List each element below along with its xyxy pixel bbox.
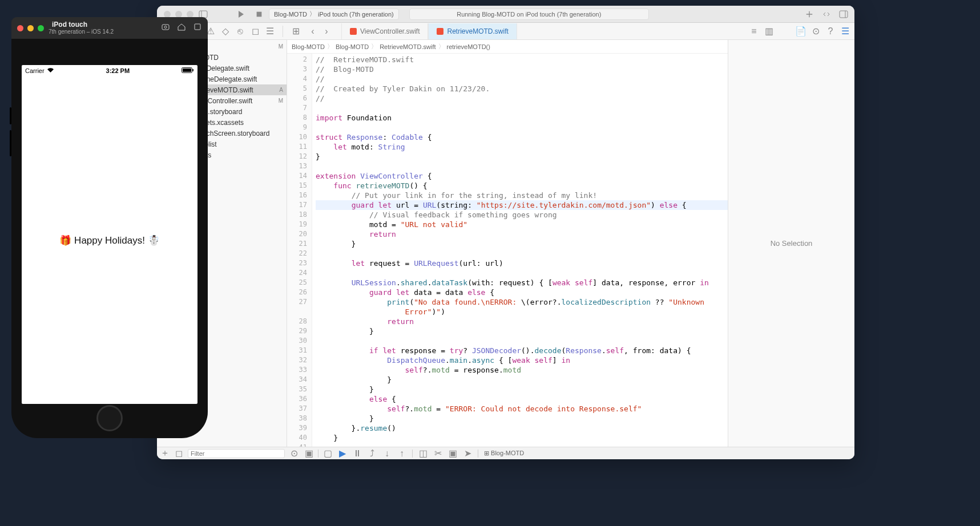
code-line[interactable]: extension ViewController {: [316, 171, 728, 181]
attributes-inspector-icon[interactable]: ☰: [841, 27, 850, 36]
code-line[interactable]: [316, 443, 728, 447]
code-line[interactable]: //: [316, 74, 728, 84]
split-editor-icon[interactable]: ▥: [764, 27, 773, 36]
code-line[interactable]: let request = URLRequest(url: url): [316, 258, 728, 268]
filter-input[interactable]: [188, 449, 285, 458]
svg-rect-7: [195, 24, 200, 30]
code-line[interactable]: func retrieveMOTD() {: [316, 181, 728, 191]
simulator-window[interactable]: iPod touch 7th generation – iOS 14.2 Car…: [11, 17, 208, 438]
code-line[interactable]: [316, 161, 728, 171]
step-over-icon[interactable]: ⤴: [368, 449, 377, 458]
scm-filter-icon[interactable]: ▣: [304, 449, 313, 458]
test-icon[interactable]: ◇: [221, 27, 230, 36]
add-button[interactable]: ＋: [160, 449, 170, 458]
code-line[interactable]: print("No data found.\nERROR: \(error?.l…: [316, 297, 728, 317]
editor-tab[interactable]: RetrieveMOTD.swift: [428, 23, 517, 39]
code-content[interactable]: // RetrieveMOTD.swift// Blog-MOTD//// Cr…: [312, 54, 728, 447]
file-inspector-icon[interactable]: 📄: [796, 27, 805, 36]
jumpbar-segment[interactable]: RetrieveMOTD.swift: [380, 43, 435, 50]
sim-zoom-dot[interactable]: [38, 25, 44, 31]
scheme-selector[interactable]: Blog-MOTD 〉 iPod touch (7th generation): [269, 9, 399, 20]
nav-back-icon[interactable]: ‹: [308, 27, 317, 36]
code-line[interactable]: // Created by Tyler Dakin on 11/23/20.: [316, 84, 728, 94]
traffic-lights[interactable]: [164, 11, 193, 18]
code-line[interactable]: // Visual feedback if something goes wro…: [316, 210, 728, 220]
filter-scope-icon[interactable]: ◻: [174, 449, 183, 458]
simulator-subtitle: 7th generation – iOS 14.2: [49, 29, 114, 35]
breakpoint-toggle-icon[interactable]: ▶: [338, 449, 347, 458]
code-line[interactable]: // RetrieveMOTD.swift: [316, 55, 728, 64]
code-line[interactable]: }: [316, 433, 728, 443]
code-line[interactable]: }: [316, 152, 728, 161]
code-line[interactable]: return: [316, 229, 728, 239]
debug-icon[interactable]: ⎋: [236, 27, 245, 36]
code-line[interactable]: }: [316, 326, 728, 336]
grid-icon[interactable]: ⊞: [291, 27, 300, 36]
stop-button[interactable]: [254, 9, 264, 19]
code-line[interactable]: self?.motd = response.motd: [316, 365, 728, 375]
code-line[interactable]: else {: [316, 394, 728, 404]
editor-options-icon[interactable]: ≡: [749, 27, 759, 36]
sim-minimize-dot[interactable]: [27, 25, 34, 31]
step-into-icon[interactable]: ↓: [382, 449, 392, 458]
env-icon[interactable]: ▣: [448, 449, 457, 458]
code-line[interactable]: }: [316, 375, 728, 385]
continue-icon[interactable]: ⏸: [353, 449, 362, 458]
step-out-icon[interactable]: ↑: [397, 449, 406, 458]
code-line[interactable]: }: [316, 239, 728, 249]
editor-tab[interactable]: ViewController.swift: [341, 23, 428, 39]
code-line[interactable]: //: [316, 94, 728, 103]
code-editor[interactable]: 2345678910111213141516171819202122232425…: [287, 54, 728, 447]
device-screen[interactable]: Carrier 3:22 PM 🎁 Happy Holidays! ☃️: [22, 65, 197, 404]
code-line[interactable]: motd = "URL not valid": [316, 220, 728, 229]
code-line[interactable]: guard let url = URL(string: "https://sit…: [316, 200, 728, 210]
code-line[interactable]: DispatchQueue.main.async { [weak self] i…: [316, 355, 728, 365]
code-line[interactable]: [316, 268, 728, 278]
zoom-dot[interactable]: [187, 11, 193, 18]
code-line[interactable]: [316, 336, 728, 346]
code-line[interactable]: return: [316, 317, 728, 326]
code-line[interactable]: let motd: String: [316, 142, 728, 152]
code-line[interactable]: self?.motd = "ERROR: Could not decode in…: [316, 404, 728, 414]
expand-arrows-icon[interactable]: [821, 9, 832, 19]
code-line[interactable]: import Foundation: [316, 113, 728, 123]
code-line[interactable]: [316, 123, 728, 132]
memory-icon[interactable]: ✂: [433, 449, 442, 458]
code-line[interactable]: if let response = try? JSONDecoder().dec…: [316, 346, 728, 355]
code-line[interactable]: // Blog-MOTD: [316, 64, 728, 74]
screenshot-icon[interactable]: [161, 22, 170, 34]
panel-toggle-icon[interactable]: [838, 9, 849, 19]
hide-debug-icon[interactable]: ▢: [323, 449, 332, 458]
help-inspector-icon[interactable]: ?: [826, 27, 835, 36]
plus-icon[interactable]: [804, 9, 814, 19]
minimize-dot[interactable]: [175, 11, 182, 18]
jumpbar-segment[interactable]: retrieveMOTD(): [447, 43, 490, 50]
code-line[interactable]: [316, 249, 728, 258]
code-line[interactable]: }: [316, 414, 728, 423]
sim-close-dot[interactable]: [17, 25, 23, 31]
home-button[interactable]: [96, 405, 123, 431]
run-button[interactable]: [236, 9, 246, 19]
code-line[interactable]: guard let data = data else {: [316, 288, 728, 297]
code-line[interactable]: [316, 103, 728, 113]
home-icon[interactable]: [177, 22, 186, 34]
code-line[interactable]: }.resume(): [316, 423, 728, 433]
view-debug-icon[interactable]: ◫: [418, 449, 428, 458]
close-dot[interactable]: [164, 11, 171, 18]
recent-icon[interactable]: ⊙: [289, 449, 299, 458]
code-line[interactable]: }: [316, 385, 728, 394]
line-number: 7: [287, 103, 307, 113]
rotate-icon[interactable]: [193, 22, 202, 34]
report-icon[interactable]: ☰: [265, 27, 275, 36]
simulator-traffic-lights[interactable]: [17, 25, 44, 31]
jumpbar-segment[interactable]: Blog-MOTD: [292, 43, 325, 50]
code-line[interactable]: struct Response: Codable {: [316, 132, 728, 142]
breakpoint-icon[interactable]: ◻: [251, 27, 260, 36]
code-line[interactable]: // Put your link in for the string, inst…: [316, 191, 728, 200]
jumpbar-segment[interactable]: Blog-MOTD: [336, 43, 369, 50]
nav-forward-icon[interactable]: ›: [322, 27, 331, 36]
location-icon[interactable]: ➤: [463, 449, 472, 458]
code-line[interactable]: URLSession.shared.dataTask(with: request…: [316, 278, 728, 288]
jump-bar[interactable]: Blog-MOTD〉Blog-MOTD〉RetrieveMOTD.swift〉r…: [287, 40, 728, 54]
history-inspector-icon[interactable]: ⊙: [811, 27, 820, 36]
